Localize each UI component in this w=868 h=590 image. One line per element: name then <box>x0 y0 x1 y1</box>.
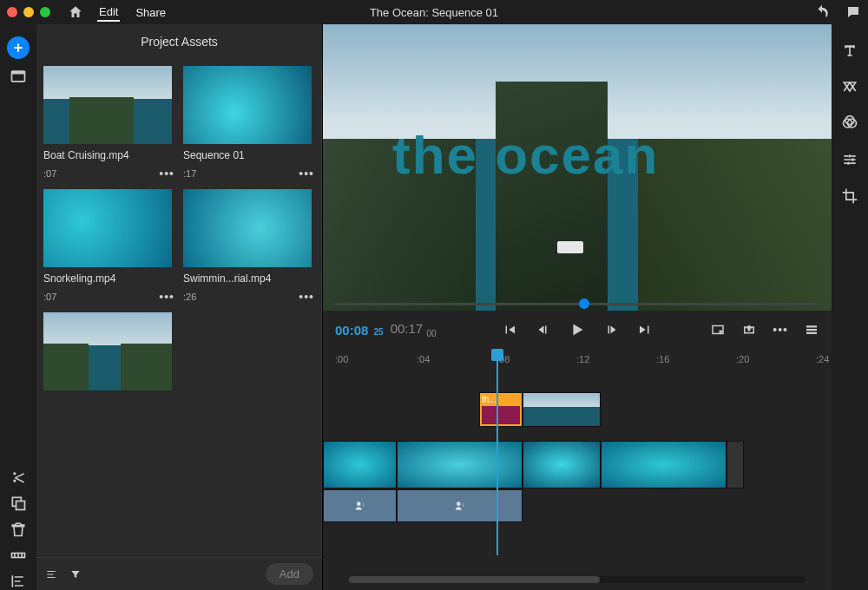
svg-point-14 <box>847 162 850 165</box>
left-align-icon[interactable] <box>10 573 27 590</box>
asset-name: Boat Cruising.mp4 <box>43 149 174 161</box>
tab-edit[interactable]: Edit <box>97 3 120 22</box>
export-frame-icon[interactable] <box>741 322 757 338</box>
asset-duration: :26 <box>183 292 196 302</box>
asset-name: Snorkeling.mp4 <box>43 272 174 285</box>
left-rail: + <box>0 24 36 590</box>
asset-duration: :07 <box>43 168 56 179</box>
asset-item[interactable]: Sequence 01 :17••• <box>183 66 314 180</box>
comment-icon[interactable] <box>845 4 861 20</box>
asset-name: Sequence 01 <box>183 149 314 161</box>
fullscreen-icon[interactable] <box>710 322 726 338</box>
asset-duration: :07 <box>43 292 56 302</box>
goto-end-icon[interactable] <box>637 322 653 338</box>
timeline-audio-clip[interactable] <box>397 489 523 522</box>
filter-icon[interactable] <box>69 568 82 580</box>
list-view-icon[interactable] <box>45 568 57 580</box>
preview-scrubber[interactable] <box>335 303 819 305</box>
window-minimize[interactable] <box>23 7 34 17</box>
play-icon[interactable] <box>568 320 587 339</box>
main-area: the ocean 00:08 25 00:17 00 ••• :00 :04 … <box>323 24 832 590</box>
assets-panel: Project Assets Boat Cruising.mp4 :07••• … <box>36 24 323 590</box>
title-overlay-text: the ocean <box>392 124 659 186</box>
timeline-playhead[interactable] <box>496 349 498 555</box>
timecode-total: 00:17 00 <box>391 321 437 338</box>
svg-rect-6 <box>720 331 723 333</box>
settings-list-icon[interactable] <box>804 322 819 338</box>
scissors-icon[interactable] <box>10 469 27 486</box>
undo-icon[interactable] <box>814 4 830 20</box>
transitions-icon[interactable] <box>841 78 858 95</box>
crop-icon[interactable] <box>841 187 858 205</box>
asset-item[interactable]: Swimmin...rial.mp4 :26••• <box>183 189 314 304</box>
timeline-title-clip[interactable]: th... <box>479 392 523 427</box>
asset-item[interactable] <box>43 312 174 390</box>
svg-point-13 <box>852 158 854 161</box>
timeline-video-clip[interactable] <box>523 392 601 427</box>
add-button[interactable]: Add <box>266 563 313 585</box>
timeline-scrollbar-handle[interactable] <box>349 576 600 583</box>
home-icon[interactable] <box>68 4 83 20</box>
svg-point-11 <box>845 116 854 125</box>
add-media-button[interactable]: + <box>7 36 30 59</box>
adjust-icon[interactable] <box>841 151 858 168</box>
assets-panel-title: Project Assets <box>36 24 322 59</box>
duplicate-icon[interactable] <box>10 495 27 512</box>
window-zoom[interactable] <box>40 7 50 17</box>
timecode-current[interactable]: 00:08 25 <box>335 323 384 338</box>
timeline[interactable]: th... <box>323 370 832 590</box>
color-icon[interactable] <box>841 115 858 132</box>
timeline-ruler[interactable]: :00 :04 :08 :12 :16 :20 :24 <box>323 349 832 370</box>
preview-monitor[interactable]: the ocean <box>323 24 832 311</box>
svg-rect-1 <box>12 71 25 74</box>
asset-duration: :17 <box>183 168 196 179</box>
boat-graphic <box>557 241 583 253</box>
timeline-video-clip[interactable] <box>601 441 727 488</box>
goto-start-icon[interactable] <box>502 322 517 338</box>
svg-point-12 <box>848 154 851 157</box>
window-title: The Ocean: Sequence 01 <box>370 6 498 19</box>
asset-item[interactable]: Boat Cruising.mp4 :07••• <box>43 66 174 180</box>
asset-name: Swimmin...rial.mp4 <box>183 272 314 285</box>
playback-controls: 00:08 25 00:17 00 ••• <box>323 311 832 349</box>
asset-menu-icon[interactable]: ••• <box>299 167 314 180</box>
step-back-icon[interactable] <box>535 322 550 338</box>
step-forward-icon[interactable] <box>604 322 620 338</box>
timeline-video-clip[interactable] <box>323 441 397 488</box>
more-options-icon[interactable]: ••• <box>773 323 788 337</box>
asset-menu-icon[interactable]: ••• <box>299 290 314 304</box>
right-rail <box>832 24 868 590</box>
timeline-video-clip[interactable] <box>523 441 601 488</box>
voice-icon <box>354 500 366 512</box>
asset-menu-icon[interactable]: ••• <box>159 167 174 180</box>
svg-rect-3 <box>16 502 25 510</box>
tab-share[interactable]: Share <box>134 4 168 21</box>
markers-icon[interactable] <box>10 547 27 564</box>
timeline-video-clip[interactable] <box>397 441 523 488</box>
text-tool-icon[interactable] <box>841 42 858 59</box>
titlebar: Edit Share The Ocean: Sequence 01 <box>0 0 868 24</box>
trash-icon[interactable] <box>10 521 27 538</box>
timeline-scrollbar[interactable] <box>349 576 806 583</box>
asset-menu-icon[interactable]: ••• <box>159 290 174 304</box>
svg-point-8 <box>456 502 460 506</box>
voice-icon <box>454 500 466 512</box>
project-panel-icon[interactable] <box>10 68 27 85</box>
asset-item[interactable]: Snorkeling.mp4 :07••• <box>43 189 174 304</box>
timeline-gap-clip[interactable] <box>727 441 744 488</box>
svg-point-7 <box>356 502 360 506</box>
timeline-audio-clip[interactable] <box>323 489 397 522</box>
window-close[interactable] <box>7 7 17 17</box>
